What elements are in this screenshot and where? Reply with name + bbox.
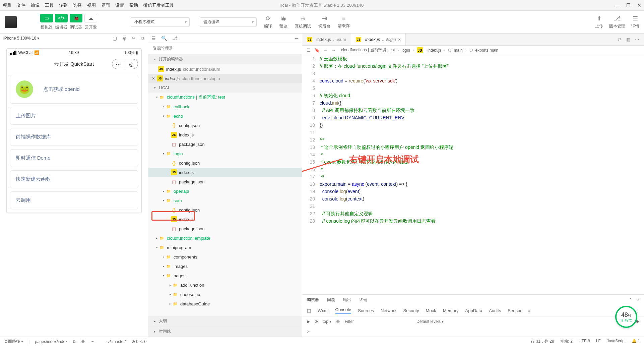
simulator-button[interactable]: ▭: [40, 14, 53, 22]
cursor-position[interactable]: 行 31，列 28: [531, 339, 554, 344]
console-body[interactable]: >: [302, 326, 644, 337]
tree-folder-echo[interactable]: ▾📁echo: [148, 111, 302, 121]
chevron-up-icon[interactable]: ⌃: [629, 297, 632, 302]
tree-file[interactable]: {}config.json: [148, 121, 302, 130]
card-upload[interactable]: 上传图片: [10, 107, 138, 125]
explorer-icon[interactable]: ☰: [151, 36, 156, 41]
project-section[interactable]: LICAI: [159, 85, 169, 90]
card-im-demo[interactable]: 即时通信 Demo: [10, 149, 138, 167]
tree-file[interactable]: ◫package.json: [148, 139, 302, 149]
tree-folder-pages[interactable]: ▾📁pages: [148, 271, 302, 280]
notification-status[interactable]: 🔔 1: [632, 339, 640, 344]
devtool-console[interactable]: Console: [335, 307, 351, 314]
cloud-dev-button[interactable]: ☁: [84, 14, 97, 22]
devtool-sensor[interactable]: Sensor: [508, 308, 521, 313]
tree-folder-images[interactable]: ▸📁images: [148, 262, 302, 271]
forward-icon[interactable]: →: [332, 48, 336, 53]
menu-edit[interactable]: 编辑: [31, 2, 40, 8]
background-icon[interactable]: ⇥: [322, 15, 327, 22]
menu-settings[interactable]: 设置: [115, 2, 124, 8]
more-icon[interactable]: ⋯: [635, 37, 639, 42]
tree-file[interactable]: ◫package.json: [148, 224, 302, 233]
devtool-memory[interactable]: Memory: [443, 308, 459, 313]
tree-folder-openapi[interactable]: ▸📁openapi: [148, 186, 302, 196]
cut-icon[interactable]: ✂: [132, 36, 136, 41]
dbg-tab-output[interactable]: 输出: [343, 297, 351, 303]
tree-folder[interactable]: ▸📁addFunction: [148, 280, 302, 290]
capsule-close[interactable]: ◎: [125, 59, 138, 69]
editor-tab-active[interactable]: JSindex.js ...\login×: [351, 34, 406, 45]
menu-view[interactable]: 视图: [87, 2, 96, 8]
compile-icon[interactable]: ⟳: [266, 15, 271, 22]
record-icon[interactable]: ◉: [122, 36, 126, 41]
open-editors-section[interactable]: 打开的编辑器: [159, 56, 183, 62]
debugger-button[interactable]: 🐞: [70, 14, 82, 22]
open-file[interactable]: JSindex.jscloudfunctions\sum: [148, 64, 302, 74]
devtool-sources[interactable]: Sources: [358, 308, 374, 313]
page-path[interactable]: pages/index/index: [35, 339, 67, 344]
bookmark-icon[interactable]: 🔖: [315, 48, 320, 53]
user-avatar[interactable]: [5, 16, 17, 28]
mode-select[interactable]: 小程序模式: [131, 17, 190, 27]
version-icon[interactable]: ⎇: [614, 15, 621, 22]
eye-icon[interactable]: 👁: [81, 339, 85, 344]
copy-icon[interactable]: ⧉: [73, 339, 76, 344]
dbg-tab-problems[interactable]: 问题: [327, 297, 335, 303]
clear-icon[interactable]: ⊘: [315, 319, 318, 324]
language-status[interactable]: JavaScript: [607, 339, 626, 344]
context-select[interactable]: top ▾: [323, 319, 331, 324]
openid-card[interactable]: 🐸 点击获取 openid: [10, 75, 138, 104]
collapse-icon[interactable]: ⇤: [295, 36, 299, 41]
tree-folder-miniprogram[interactable]: ▾📁miniprogram: [148, 243, 302, 252]
tree-folder-sum[interactable]: ▾📁sum: [148, 196, 302, 205]
open-file-active[interactable]: × JSindex.jscloudfunctions\login: [148, 74, 302, 83]
devtool-mock[interactable]: Mock: [426, 308, 436, 313]
tree-file[interactable]: JSindex.js: [148, 130, 302, 139]
search-icon[interactable]: 🔍: [161, 36, 167, 41]
outline-section[interactable]: 大纲: [159, 318, 167, 324]
tree-folder-template[interactable]: ▸📁cloudfunctionTemplate: [148, 233, 302, 243]
menu-file[interactable]: 文件: [17, 2, 25, 8]
timeline-section[interactable]: 时间线: [159, 329, 171, 334]
upload-icon[interactable]: ⬆: [597, 15, 602, 22]
close-button[interactable]: ✕: [637, 3, 641, 8]
panel-close-icon[interactable]: ×: [637, 297, 639, 302]
popout-icon[interactable]: ⧉: [141, 36, 144, 41]
devtool-more-icon[interactable]: »: [528, 308, 531, 313]
card-database[interactable]: 前端操作数据库: [10, 128, 138, 146]
menu-project[interactable]: 项目: [3, 2, 11, 8]
maximize-button[interactable]: ❐: [626, 3, 631, 8]
tree-file[interactable]: {}config.json: [148, 158, 302, 168]
devtool-audits[interactable]: Audits: [489, 308, 501, 313]
problems-status[interactable]: ⊘ 0 ⚠ 0: [132, 339, 146, 344]
eol-status[interactable]: LF: [596, 339, 601, 344]
menu-goto[interactable]: 转到: [59, 2, 68, 8]
menu-wechat-devtools[interactable]: 微信开发者工具: [143, 2, 174, 8]
devtool-appdata[interactable]: AppData: [465, 308, 482, 313]
branch-status[interactable]: ⎇ master*: [107, 339, 126, 344]
card-cloud-call[interactable]: 云调用: [10, 191, 138, 209]
capsule-menu[interactable]: ⋯: [112, 59, 125, 69]
performance-badge[interactable]: 48% 🌡 49℃: [615, 306, 637, 328]
minimize-button[interactable]: —: [615, 3, 620, 8]
levels-select[interactable]: Default levels ▾: [416, 319, 444, 324]
remote-debug-icon[interactable]: ⁜: [301, 15, 306, 22]
rotate-icon[interactable]: ▢: [113, 36, 117, 41]
tree-folder-callback[interactable]: ▸📁callback: [148, 102, 302, 111]
compile-select[interactable]: 普通编译: [200, 17, 257, 27]
compare-icon[interactable]: ⇄: [618, 37, 622, 42]
eye-icon[interactable]: 👁: [336, 319, 340, 324]
list-icon[interactable]: ☰: [307, 48, 311, 53]
devtool-security[interactable]: Security: [403, 308, 419, 313]
menu-help[interactable]: 帮助: [129, 2, 138, 8]
play-icon[interactable]: ▶: [307, 319, 310, 324]
code-editor[interactable]: 1234567891011121314151617181920212223 //…: [302, 55, 644, 294]
tree-file[interactable]: ◫package.json: [148, 177, 302, 186]
tree-folder-cloudfunctions[interactable]: ▾📁cloudfunctions | 当前环境: test: [148, 93, 302, 102]
menu-interface[interactable]: 界面: [101, 2, 110, 8]
preview-icon[interactable]: ◉: [281, 15, 286, 22]
card-new-cloudfn[interactable]: 快速新建云函数: [10, 170, 138, 188]
tree-folder[interactable]: ▸📁chooseLib: [148, 290, 302, 299]
editor-button[interactable]: </>: [55, 14, 68, 22]
tree-folder-components[interactable]: ▸📁components: [148, 252, 302, 262]
